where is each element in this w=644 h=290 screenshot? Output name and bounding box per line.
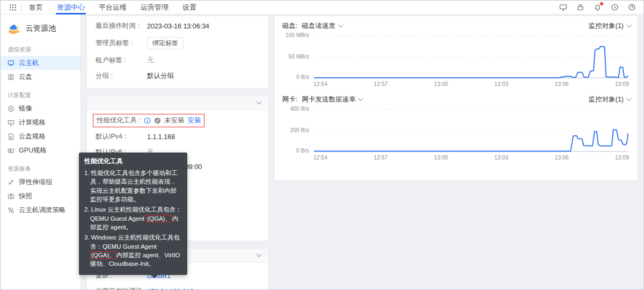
x-axis-ticks: 12:5412:5713:0013:0313:0613:09	[313, 81, 629, 87]
tooltip-item-2: 2. Linux 云主机性能优化工具包含：QEMU Guest Agent (Q…	[84, 205, 182, 231]
nic-chart-area: 400 B/s 200 B/s 0 B/s 12:5412:5713:0013:…	[282, 105, 630, 161]
disk-metric-select[interactable]: 磁盘读速度	[302, 21, 342, 31]
history-icon[interactable]	[611, 3, 619, 11]
nav-home[interactable]: 首页	[29, 1, 43, 15]
y-axis-label: 0 B/s	[282, 74, 309, 80]
detail-column: 最后操作时间 : 2023-03-16 13:06:34 管理员标签 : 绑定标…	[86, 16, 269, 289]
lock-icon[interactable]	[576, 3, 584, 11]
install-link[interactable]: 安装	[187, 116, 201, 125]
sidebar-item-label: 云盘规格	[19, 132, 46, 141]
disk-monitor-select[interactable]: 监控对象(1)	[589, 21, 630, 31]
y-axis-label: 50 MB/s	[282, 53, 309, 60]
field-row: 最后操作时间 : 2023-03-16 13:06:34	[96, 18, 260, 34]
nic-metric-select[interactable]: 网卡发送数据速率	[302, 95, 362, 104]
field-label: 最后操作时间 :	[96, 21, 147, 31]
disk-chart-block: 磁盘: 磁盘读速度 监控对象(1) 100 MB/s 50 MB/s 0 B/s…	[282, 21, 630, 88]
sidebar: 云资源池 虚拟资源 云主机 云盘 计算配置 镜像 计算规格 云	[1, 15, 81, 289]
qga-highlight: (QGA)、	[90, 251, 116, 259]
disk-chart-area: 100 MB/s 50 MB/s 0 B/s 12:5412:5713:0013…	[282, 32, 630, 88]
field-label: 默认IPv4 :	[96, 132, 147, 141]
app-grid-icon[interactable]	[9, 4, 17, 11]
snapshot-icon	[8, 193, 14, 200]
y-axis-label: 100 MB/s	[282, 32, 309, 38]
y-axis-label: 400 B/s	[282, 105, 309, 112]
x-axis-ticks: 12:5412:5713:0013:0313:0613:09	[313, 154, 629, 161]
sidebar-item-auto-scaling-group[interactable]: 弹性伸缩组	[1, 175, 80, 189]
sidebar-item-image[interactable]: 镜像	[1, 102, 80, 115]
nic-chart-block: 网卡: 网卡发送数据速率 监控对象(1) 400 B/s 200 B/s 0 B…	[282, 95, 630, 161]
field-label: 分组 :	[96, 71, 147, 81]
help-icon[interactable]	[628, 3, 636, 11]
basic-info-card: 最后操作时间 : 2023-03-16 13:06:34 管理员标签 : 绑定标…	[86, 16, 269, 89]
field-row: 租户标签 : 无	[96, 53, 260, 68]
app-window: 首页 资源中心 平台运维 运营管理 设置	[0, 0, 644, 290]
chevron-down-icon[interactable]	[257, 99, 262, 105]
nic-send-rate-line-chart[interactable]	[313, 107, 629, 153]
field-label: 租户标签 :	[96, 56, 147, 65]
last-operation-time-value: 2023-03-16 13:06:34	[147, 23, 209, 30]
chevron-down-icon[interactable]	[257, 252, 262, 257]
sidebar-item-snapshot[interactable]: 快照	[1, 189, 80, 203]
sidebar-item-label: GPU规格	[19, 146, 47, 155]
chevron-down-icon	[626, 96, 632, 101]
field-row: 默认IPv4 : 1.1.1.168	[96, 129, 260, 144]
chevron-down-icon	[626, 22, 632, 27]
tooltip-item-3: 3. Windows 云主机性能优化工具包含：QEMU Guest Agent …	[84, 233, 182, 268]
perf-tools-row-annotated: 性能优化工具 : 未安装 安装	[93, 114, 204, 127]
nav-resource-center[interactable]: 资源中心	[57, 1, 85, 15]
cloud-pool-icon	[7, 22, 21, 35]
gpu-spec-icon	[8, 147, 14, 154]
nav-operation-mgmt[interactable]: 运营管理	[141, 1, 169, 15]
nav-settings[interactable]: 设置	[182, 1, 196, 15]
nav-platform-ops[interactable]: 平台运维	[99, 1, 127, 15]
sidebar-section-compute-config: 计算配置	[1, 91, 80, 99]
field-row: 管理员标签 : 绑定标签	[96, 34, 260, 53]
resource-pool-header[interactable]: 云资源池	[1, 21, 80, 38]
config-info-card: 性能优化工具 : 未安装 安装 默认IPv4 : 1.1.1.168 默认IPv…	[86, 96, 269, 241]
monitor-charts-card: 磁盘: 磁盘读速度 监控对象(1) 100 MB/s 50 MB/s 0 B/s…	[274, 16, 638, 180]
perf-tools-status: 未安装	[164, 116, 185, 125]
sidebar-item-compute-spec[interactable]: 计算规格	[1, 115, 80, 129]
field-row: 当前所在物理机 : 172.24.192.213	[96, 284, 260, 290]
tooltip-arrow	[151, 275, 158, 278]
sidebar-section-resource-services: 资源服务	[1, 165, 80, 173]
y-axis-label: 200 B/s	[282, 127, 309, 133]
y-axis-label: 0 B/s	[282, 147, 309, 154]
bell-icon[interactable]	[594, 3, 602, 11]
field-row: 分组 : 默认分组	[96, 68, 260, 84]
monitor-column: 磁盘: 磁盘读速度 监控对象(1) 100 MB/s 50 MB/s 0 B/s…	[274, 16, 638, 289]
perf-tools-tooltip: 性能优化工具 1. 性能优化工具包含多个驱动和工具，帮助提高云主机性能表现，实现…	[79, 153, 187, 275]
chevron-down-icon	[338, 22, 343, 27]
sidebar-item-gpu-spec[interactable]: GPU规格	[1, 143, 80, 157]
display-icon[interactable]	[559, 3, 567, 11]
sidebar-item-cloud-disk[interactable]: 云盘	[1, 70, 80, 84]
cloud-host-icon	[8, 60, 14, 67]
tooltip-item-1: 1. 性能优化工具包含多个驱动和工具，帮助提高云主机性能表现，实现云主机配置参数…	[84, 169, 182, 204]
tenant-tag-value: 无	[147, 56, 154, 65]
sidebar-item-label: 快照	[19, 192, 32, 201]
physical-host-link[interactable]: 172.24.192.213	[147, 288, 194, 290]
field-label: 管理员标签 :	[96, 39, 147, 48]
nic-monitor-select[interactable]: 监控对象(1)	[589, 95, 630, 104]
scheduling-policy-icon	[8, 207, 14, 214]
disk-read-speed-line-chart[interactable]	[313, 34, 629, 79]
sidebar-item-label: 弹性伸缩组	[19, 178, 53, 187]
info-icon[interactable]	[144, 117, 151, 124]
config-card-header[interactable]	[87, 96, 268, 110]
bind-tag-button[interactable]: 绑定标签	[147, 37, 184, 49]
qga-highlight: (QGA)、	[146, 215, 172, 222]
sidebar-item-label: 云主机调度策略	[19, 206, 66, 215]
sidebar-item-cloud-host[interactable]: 云主机	[1, 56, 80, 70]
disk-spec-icon	[8, 133, 14, 140]
sidebar-item-disk-spec[interactable]: 云盘规格	[1, 129, 80, 143]
sidebar-item-scheduling-policy[interactable]: 云主机调度策略	[1, 203, 80, 217]
image-icon	[8, 105, 14, 112]
nic-chart-category: 网卡:	[282, 95, 297, 104]
cloud-disk-icon	[8, 74, 14, 81]
sidebar-item-label: 计算规格	[19, 118, 46, 127]
tooltip-title: 性能优化工具	[84, 157, 182, 166]
ipv4-value: 1.1.1.168	[147, 133, 175, 141]
divider	[21, 4, 21, 11]
notification-badge	[600, 2, 603, 5]
chevron-down-icon	[358, 96, 363, 101]
